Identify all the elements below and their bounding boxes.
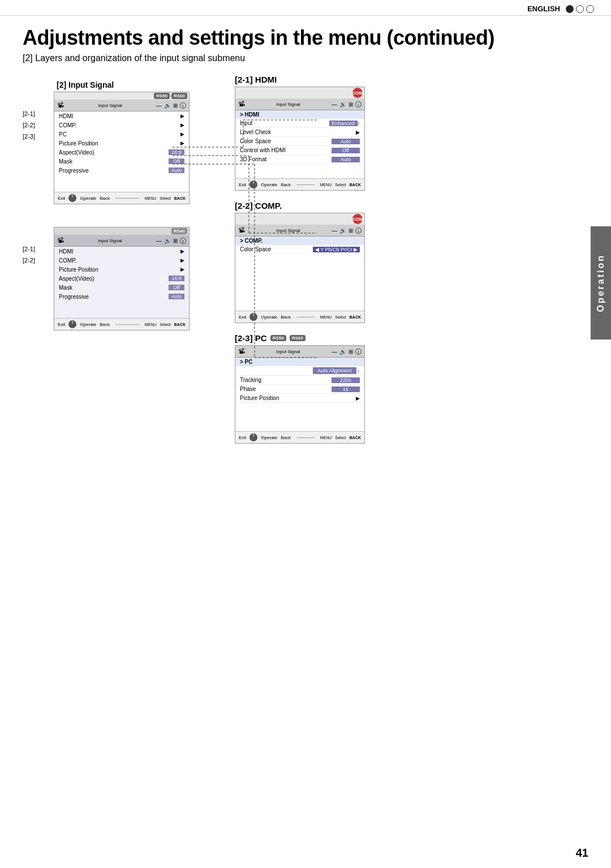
rs40-aspect-row[interactable]: Aspect(Video) 16:9 xyxy=(54,274,189,283)
rs40-header-title: Input Signal xyxy=(66,238,154,243)
hdmi-operate-label: Operate xyxy=(261,182,277,187)
operate-label-1: Operate xyxy=(80,196,96,201)
dial-icon-5 xyxy=(249,433,257,441)
pc-label: PC xyxy=(59,131,180,137)
menu-title-row: [2] Input Signal xyxy=(23,80,190,89)
projector-icon-5: 📽 xyxy=(238,347,245,355)
rs50-rs60-menu-header: 📽 Input Signal — 🔊 ⊞ i xyxy=(54,100,189,111)
rs50-rs60-header-title: Input Signal xyxy=(66,103,154,108)
lang-dot-1 xyxy=(566,5,574,13)
hdmi-3d-format-row[interactable]: 3D Format Auto xyxy=(235,155,364,164)
select-label-1: Select xyxy=(160,196,170,200)
minus-icon-3: — xyxy=(332,101,337,108)
rs50-badge: RS50 xyxy=(154,93,170,99)
pc-row[interactable]: PC ▶ xyxy=(54,130,189,139)
mask-row[interactable]: Mask Off xyxy=(54,157,189,166)
rs40-hdmi-arrow: ▶ xyxy=(180,248,184,254)
hdmi-input-row[interactable]: Input Enhanced ↕ xyxy=(235,119,364,128)
hdmi-menu-label: MENU xyxy=(320,183,332,187)
rs40-hdmi-row[interactable]: HDMI ▶ xyxy=(54,247,189,256)
rs40-pp-label: Picture Position xyxy=(59,267,180,273)
hdmi-submenu-box: COM 📽 Input Signal — 🔊 ⊞ i > HDMI xyxy=(235,87,365,191)
pc-phase-row[interactable]: Phase 16 xyxy=(235,385,364,394)
grid-icon: ⊞ xyxy=(173,102,178,109)
info-icon-5: i xyxy=(355,349,362,355)
picture-position-row[interactable]: Picture Position ▶ xyxy=(54,139,189,148)
hdmi-control-label: Control with HDMI xyxy=(240,147,332,153)
pc-submenu-box: 📽 Input Signal — 🔊 ⊞ i > PC Auto Alignme… xyxy=(235,345,365,444)
pc-section-title-row: [2-3] PC RS50 RS60 xyxy=(235,333,365,343)
language-label: ENGLISH xyxy=(527,5,560,13)
comp-select-label: Select xyxy=(335,315,346,319)
rs40-mask-label: Mask xyxy=(59,285,169,291)
pc-phase-label: Phase xyxy=(240,386,332,392)
hdmi-control-row[interactable]: Control with HDMI Off xyxy=(235,146,364,155)
hdmi-row[interactable]: HDMI ▶ xyxy=(54,111,189,121)
menu-label-1: MENU xyxy=(145,196,157,200)
back-nav-label-2: BACK xyxy=(174,323,186,326)
pc-submenu-header-title: Input Signal xyxy=(247,349,329,354)
rs40-menu-row: [2-1] [2-2] RS40 📽 Input Signal — xyxy=(23,227,190,330)
pc-phase-value: 16 xyxy=(332,386,360,392)
rs40-menu-footer: Exit Operate Back MENU Select BACK xyxy=(54,318,189,330)
comp-submenu-footer: Exit Operate Back MENU Select BACK xyxy=(235,311,364,323)
hdmi-breadcrumb: > HDMI xyxy=(235,110,364,119)
hdmi-level-check-label: Level Check xyxy=(240,129,356,135)
volume-icon-4: 🔊 xyxy=(339,227,346,234)
page-subtitle: [2] Layers and organization of the input… xyxy=(0,52,611,69)
hdmi-exit-label: Exit xyxy=(239,182,246,187)
hdmi-level-check-row[interactable]: Level Check ▶ xyxy=(235,128,364,137)
rs40-comp-label: COMP. xyxy=(59,257,180,264)
projector-icon-3: 📽 xyxy=(238,100,245,108)
rs40-mask-row[interactable]: Mask Off xyxy=(54,283,189,292)
rs40-picture-position-row[interactable]: Picture Position ▶ xyxy=(54,265,189,274)
rs40-mask-value: Off xyxy=(169,285,184,290)
pc-rs60-badge: RS60 xyxy=(290,335,306,341)
hdmi-color-space-label: Color Space xyxy=(240,138,332,144)
volume-icon-2: 🔊 xyxy=(164,238,171,244)
comp-arrow: ▶ xyxy=(180,122,184,128)
pc-submenu-header: 📽 Input Signal — 🔊 ⊞ i xyxy=(235,346,364,358)
rs40-badge: RS40 xyxy=(171,228,187,234)
info-icon-4: i xyxy=(355,227,362,234)
volume-icon-3: 🔊 xyxy=(339,101,346,108)
pc-rs50-badge: RS50 xyxy=(270,335,286,341)
comp-row[interactable]: COMP. ▶ xyxy=(54,121,189,130)
hdmi-input-label: Input xyxy=(240,120,329,126)
rs40-progressive-value: Auto xyxy=(169,294,184,299)
hdmi-input-arrow: ↕ xyxy=(358,121,360,126)
back-label-1: Back xyxy=(100,196,110,201)
mask-value: Off xyxy=(169,158,184,164)
pc-auto-alignment-btn[interactable]: Auto Alignment xyxy=(313,367,356,374)
hdmi-submenu-header-title: Input Signal xyxy=(247,102,329,107)
pc-picture-position-row[interactable]: Picture Position ▶ xyxy=(235,394,364,403)
hdmi-com-badge: COM xyxy=(352,88,363,98)
rs50-rs60-bracket-labels: [2-1] [2-2] [2-3] xyxy=(23,92,54,142)
grid-icon-2: ⊞ xyxy=(173,238,178,244)
info-icon-3: i xyxy=(355,101,362,108)
rs40-comp-arrow: ▶ xyxy=(180,257,184,263)
rs40-menu-wrapper: [2-1] [2-2] RS40 📽 Input Signal — xyxy=(23,227,190,330)
rs40-progressive-row[interactable]: Progressive Auto xyxy=(54,292,189,301)
progressive-row[interactable]: Progressive Auto xyxy=(54,166,189,175)
minus-icon-5: — xyxy=(332,349,337,355)
comp-back-nav: BACK xyxy=(350,315,361,319)
pc-tracking-row[interactable]: Tracking 2200 xyxy=(235,376,364,385)
back-label-2: Back xyxy=(100,322,110,327)
comp-color-space-row[interactable]: Color Space ◀ Y Pb/Cb Pr/Cr ▶ xyxy=(235,245,364,254)
hdmi-control-value: Off xyxy=(332,148,360,153)
rs50-rs60-menu-row: [2-1] [2-2] [2-3] RS50 RS60 📽 In xyxy=(23,92,190,204)
pc-auto-alignment-row[interactable]: Auto Alignment ↓ xyxy=(235,366,364,376)
rs40-comp-row[interactable]: COMP. ▶ xyxy=(54,256,189,265)
comp-section-title: [2-2] COMP. xyxy=(235,201,365,210)
info-icon-2: i xyxy=(180,238,186,244)
right-column: [2-1] HDMI COM 📽 Input Signal — 🔊 ⊞ i xyxy=(235,75,365,444)
exit-label-2: Exit xyxy=(58,322,65,327)
aspect-video-row[interactable]: Aspect(Video) 16:9 xyxy=(54,148,189,157)
hdmi-back-nav: BACK xyxy=(350,183,361,187)
page-number: 41 xyxy=(576,846,588,860)
hdmi-color-space-row[interactable]: Color Space Auto xyxy=(235,137,364,146)
hdmi-back-label: Back xyxy=(281,182,291,187)
hdmi-3d-label: 3D Format xyxy=(240,156,332,162)
comp-section: [2-2] COMP. COM 📽 Input Signal — 🔊 ⊞ i xyxy=(235,201,365,323)
